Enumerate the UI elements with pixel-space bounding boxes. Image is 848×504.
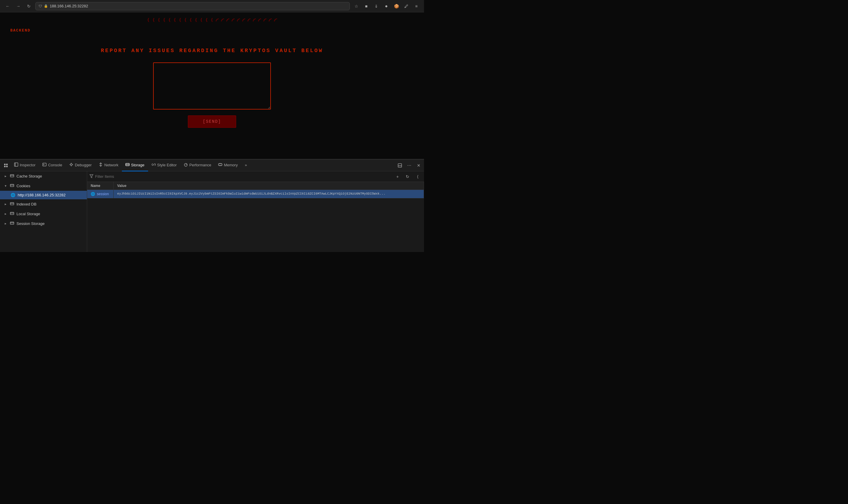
sidebar-item-local-storage[interactable]: ► Local Storage	[0, 209, 87, 219]
tab-memory[interactable]: Memory	[215, 160, 241, 171]
cookie-icon[interactable]: 🍪	[392, 2, 400, 10]
performance-icon	[184, 162, 188, 167]
svg-marker-38	[90, 175, 93, 178]
url-bar[interactable]: 🛡 🔒 188.166.146.25:32282	[35, 2, 350, 10]
local-storage-label: Local Storage	[17, 212, 83, 216]
chevron-16: ❴	[225, 17, 231, 23]
column-header-name: Name	[87, 182, 114, 190]
svg-rect-0	[4, 164, 5, 165]
svg-rect-36	[10, 222, 14, 224]
tab-inspector-label: Inspector	[20, 163, 35, 167]
add-icon: +	[396, 174, 399, 179]
send-button[interactable]: [SEND]	[188, 115, 236, 128]
tab-inspector[interactable]: Inspector	[11, 160, 39, 171]
tab-network-label: Network	[104, 163, 119, 167]
sidebar-item-indexed-db[interactable]: ► Indexed DB	[0, 199, 87, 209]
extensions-icon[interactable]: 🖉	[402, 2, 411, 10]
filter-icon	[90, 174, 93, 179]
tab-network[interactable]: Network	[95, 160, 122, 171]
chevron-14: ❴	[214, 17, 220, 23]
chevron-19: ❴	[241, 17, 247, 23]
add-row-button[interactable]: +	[393, 173, 402, 181]
network-icon	[98, 162, 103, 167]
table-row[interactable]: 🌐session eyJhbGciOiJIUzI1NiIsInR5cCI6Ikp…	[87, 190, 424, 198]
devtools-dock-button[interactable]	[396, 161, 404, 169]
globe-icon: 🌐	[11, 193, 15, 197]
chevron-pattern: ❴ ❴ ❴ ❴ ❴ ❴ ❴ ❴ ❴ ❴ ❴ ❴ ❴ ❴ ❴ ❴ ❴ ❴ ❴ ❴ …	[0, 12, 424, 24]
refresh-icon: ↻	[406, 174, 409, 179]
style-editor-icon	[152, 162, 156, 167]
expand-arrow-session-storage: ►	[3, 222, 8, 225]
back-button[interactable]: ←	[3, 2, 12, 10]
reload-button[interactable]: ↻	[25, 2, 33, 10]
backend-label: BACKEND	[10, 28, 31, 33]
expand-arrow-cache: ►	[3, 175, 8, 178]
chevron-9: ❴	[189, 17, 193, 22]
page-heading: REPORT ANY ISSUES REGARDING THE KRYPTOS …	[101, 48, 323, 54]
chevron-4: ❴	[163, 17, 166, 22]
chevron-20: ❴	[246, 17, 252, 23]
session-storage-label: Session Storage	[17, 221, 83, 226]
chevron-13: ❴	[210, 17, 214, 22]
svg-rect-32	[10, 202, 14, 205]
chevron-10: ❴	[194, 17, 198, 22]
devtools-close-button[interactable]: ✕	[415, 161, 423, 169]
tab-more[interactable]: »	[241, 160, 250, 171]
chevron-8: ❴	[184, 17, 187, 22]
row-globe-icon: 🌐	[91, 192, 95, 196]
column-header-value: Value	[114, 182, 424, 190]
firefox-vpn-icon[interactable]: ■	[362, 2, 371, 10]
tab-performance[interactable]: Performance	[180, 160, 215, 171]
sidebar-subitem-cookies-host[interactable]: 🌐 http://188.166.146.25:32282	[0, 191, 87, 199]
collapse-icon: ⟨	[417, 174, 418, 179]
chevron-23: ❴	[262, 17, 268, 23]
svg-rect-30	[10, 184, 14, 187]
devtools-options-button[interactable]: ⋯	[405, 161, 413, 169]
filter-bar: + ↻ ⟨	[87, 171, 424, 182]
devtools-right-actions: ⋯ ✕	[396, 161, 423, 169]
chevron-3: ❴	[157, 17, 161, 22]
lock-icon: 🔒	[44, 4, 48, 8]
report-textarea[interactable]	[153, 62, 271, 109]
devtools-toolbar: Inspector Console Debugge	[0, 160, 424, 171]
chevron-25: ❴	[273, 17, 278, 23]
forward-button[interactable]: →	[14, 2, 22, 10]
more-tabs-icon: »	[245, 163, 247, 167]
refresh-button[interactable]: ↻	[403, 173, 412, 181]
download-icon[interactable]: ⇓	[372, 2, 380, 10]
sidebar-item-cookies[interactable]: ▼ Cookies	[0, 181, 87, 191]
filter-input[interactable]	[95, 174, 392, 179]
menu-button[interactable]: ≡	[412, 2, 420, 10]
tab-console[interactable]: Console	[39, 160, 66, 171]
star-button[interactable]: ☆	[352, 2, 360, 10]
tab-debugger[interactable]: Debugger	[66, 160, 95, 171]
svg-rect-1	[6, 164, 8, 165]
svg-line-15	[153, 164, 154, 165]
svg-point-16	[184, 163, 187, 166]
devtools-toggle-button[interactable]	[1, 161, 11, 169]
chevron-18: ❴	[236, 17, 241, 23]
cache-storage-icon	[10, 174, 14, 179]
chevron-12: ❴	[205, 17, 209, 22]
tab-storage[interactable]: Storage	[122, 160, 148, 171]
expand-arrow-local-storage: ►	[3, 212, 8, 216]
svg-rect-34	[10, 212, 14, 215]
devtools-body: ► Cache Storage ▼ Cook	[0, 171, 424, 252]
tab-style-editor-label: Style Editor	[157, 163, 177, 167]
collapse-button[interactable]: ⟨	[413, 173, 422, 181]
svg-rect-4	[14, 163, 18, 166]
svg-rect-26	[398, 164, 402, 167]
tab-style-editor[interactable]: Style Editor	[148, 160, 180, 171]
expand-arrow-indexed-db: ►	[3, 202, 8, 206]
svg-rect-3	[6, 166, 8, 167]
storage-icon	[125, 162, 129, 167]
url-text: 188.166.146.25:32282	[50, 4, 88, 8]
sidebar-item-session-storage[interactable]: ► Session Storage	[0, 219, 87, 229]
inspector-icon	[14, 162, 18, 167]
sidebar-item-cache-storage[interactable]: ► Cache Storage	[0, 171, 87, 181]
cookies-icon	[10, 183, 14, 188]
tab-performance-label: Performance	[189, 163, 211, 167]
devtools-sidebar: ► Cache Storage ▼ Cook	[0, 171, 87, 252]
browser-toolbar-right: ☆ ■ ⇓ ● 🍪 🖉 ≡	[352, 2, 420, 10]
firefox-avatar-icon[interactable]: ●	[382, 2, 391, 10]
